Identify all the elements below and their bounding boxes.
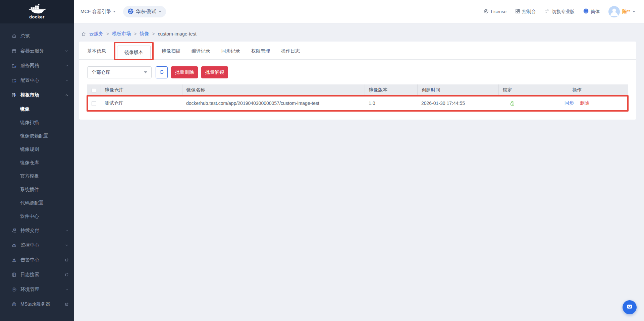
sidebar-item-continuous-delivery[interactable]: 持续交付 <box>0 223 74 238</box>
language-switcher[interactable]: 简体 <box>583 8 600 15</box>
chat-support-button[interactable] <box>623 300 637 314</box>
tab-sync-records[interactable]: 同步记录 <box>221 43 240 59</box>
detail-card: 基本信息 镜像版本 镜像扫描 编译记录 同步记录 权限管理 操作日志 全部仓库 <box>79 42 636 120</box>
main-content: 云服务 > 模板市场 > 镜像 > custom-image-test 基本信息… <box>74 23 644 321</box>
license-link[interactable]: License <box>484 9 506 15</box>
cluster-selector[interactable]: 华东-测试 <box>123 6 166 17</box>
console-grid-icon <box>515 9 520 15</box>
tab-image-scan[interactable]: 镜像扫描 <box>162 43 180 59</box>
console-link[interactable]: 控制台 <box>515 9 536 15</box>
tab-image-version[interactable]: 镜像版本 <box>117 46 151 60</box>
sidebar-subitem-label: 系统插件 <box>20 187 39 193</box>
caret-down-icon <box>633 11 635 12</box>
tab-basic-info[interactable]: 基本信息 <box>87 43 106 59</box>
breadcrumb-link-template-market[interactable]: 模板市场 <box>112 31 131 37</box>
sidebar-item-mstack-server[interactable]: MStack服务器 <box>0 297 74 312</box>
sidebar-subitem-system-plugins[interactable]: 系统插件 <box>0 183 74 196</box>
console-label: 控制台 <box>522 9 536 15</box>
breadcrumb-link-image[interactable]: 镜像 <box>140 31 149 37</box>
sidebar-item-env-management[interactable]: 环境管理 <box>0 282 74 297</box>
caret-down-icon <box>113 11 116 12</box>
cell-actions: 同步 删除 <box>526 96 628 111</box>
tab-permission-management[interactable]: 权限管理 <box>251 43 270 59</box>
chevron-up-icon <box>64 93 69 98</box>
batch-delete-button[interactable]: 批量删除 <box>171 66 198 78</box>
sidebar-subitem-label: 镜像仓库 <box>20 160 39 166</box>
sidebar-subitem-label: 代码源配置 <box>20 200 44 206</box>
caret-down-icon <box>159 11 161 12</box>
sidebar-item-template-market[interactable]: 模板市场 <box>0 88 74 103</box>
user-menu[interactable]: 陈** <box>608 6 635 17</box>
select-all-checkbox[interactable] <box>92 88 96 93</box>
row-select-cell <box>87 96 101 111</box>
sidebar-item-service-mesh[interactable]: 服务网格 <box>0 58 74 73</box>
column-header-name: 镜像名称 <box>182 84 365 96</box>
sidebar-subitem-label: 镜像扫描 <box>20 120 39 126</box>
sidebar-item-label: 模板市场 <box>20 92 64 98</box>
language-label: 简体 <box>591 9 600 15</box>
alarm-icon <box>11 257 17 263</box>
tab-operation-log[interactable]: 操作日志 <box>281 43 300 59</box>
column-header-repo: 镜像仓库 <box>101 84 182 96</box>
unlock-icon[interactable] <box>509 101 515 106</box>
breadcrumb-home-icon[interactable] <box>81 31 86 37</box>
toolbar: 全部仓库 批量删除 批量解锁 <box>87 66 628 78</box>
gauge-icon <box>11 243 17 248</box>
template-market-icon <box>11 92 17 98</box>
service-mesh-folder-icon <box>11 63 17 69</box>
sidebar-item-label: 总览 <box>20 33 69 39</box>
sidebar-subitem-software-center[interactable]: 软件中心 <box>0 210 74 223</box>
refresh-button[interactable] <box>156 66 168 78</box>
delete-action-link[interactable]: 删除 <box>580 100 589 106</box>
breadcrumb-link-cloud-service[interactable]: 云服务 <box>89 31 103 37</box>
sidebar-subitem-image-repo[interactable]: 镜像仓库 <box>0 156 74 170</box>
sidebar-item-label: 持续交付 <box>20 228 64 234</box>
sidebar-item-label: 容器云服务 <box>20 48 64 54</box>
sidebar-subitem-label: 镜像规则 <box>20 146 39 152</box>
sidebar-subitem-label: 镜像依赖配置 <box>20 133 48 139</box>
username: 陈** <box>622 9 630 15</box>
sidebar-subitem-image-scan[interactable]: 镜像扫描 <box>0 116 74 129</box>
product-switcher[interactable]: MCE 容器引擎 <box>80 9 116 15</box>
sidebar-item-container-cloud[interactable]: 容器云服务 <box>0 44 74 58</box>
sidebar-item-label: 告警中心 <box>20 257 64 263</box>
sync-action-link[interactable]: 同步 <box>565 100 574 106</box>
external-link-icon <box>64 258 69 262</box>
chat-smiley-icon <box>626 303 633 312</box>
sidebar-item-alert-center[interactable]: 告警中心 <box>0 253 74 267</box>
switch-pro-link[interactable]: 切换专业版 <box>544 9 575 15</box>
sidebar-subitem-image-rules[interactable]: 镜像规则 <box>0 143 74 156</box>
sidebar-item-config-center[interactable]: 配置中心 <box>0 73 74 88</box>
sidebar-item-monitor-center[interactable]: 监控中心 <box>0 238 74 253</box>
chevron-down-icon <box>64 228 69 233</box>
row-checkbox[interactable] <box>92 101 96 106</box>
delivery-icon <box>11 228 17 234</box>
breadcrumb-separator: > <box>134 31 137 37</box>
repo-filter-select[interactable]: 全部仓库 <box>87 66 152 78</box>
chevron-down-icon <box>64 78 69 83</box>
sidebar-item-label: MStack服务器 <box>20 301 64 307</box>
docker-logo[interactable]: docker <box>0 0 74 23</box>
cell-created: 2026-01-30 17:44:55 <box>417 96 498 111</box>
sidebar-subitem-code-source-config[interactable]: 代码源配置 <box>0 196 74 210</box>
chevron-down-icon <box>64 49 69 53</box>
sidebar-item-overview[interactable]: 总览 <box>0 29 74 44</box>
batch-unlock-button[interactable]: 批量解锁 <box>201 66 228 78</box>
log-file-icon <box>11 272 17 278</box>
sidebar-subitem-image-dependency[interactable]: 镜像依赖配置 <box>0 129 74 143</box>
sidebar-subitem-label: 镜像 <box>20 106 30 112</box>
sidebar-item-label: 监控中心 <box>20 242 64 248</box>
sidebar-subitem-official-templates[interactable]: 官方模板 <box>0 170 74 183</box>
globe-icon <box>583 8 589 15</box>
table-row: 测试仓库 dockerhub.test.com/app/201904030000… <box>87 96 628 111</box>
top-navbar: MCE 容器引擎 华东-测试 License <box>74 0 644 23</box>
column-header-actions: 操作 <box>526 84 628 96</box>
image-version-table: 镜像仓库 镜像名称 镜像版本 创建时间 锁定 操作 <box>87 84 628 111</box>
license-icon <box>484 9 489 15</box>
sidebar-subitem-image[interactable]: 镜像 <box>0 103 74 116</box>
cell-repo: 测试仓库 <box>101 96 182 111</box>
product-name: MCE 容器引擎 <box>80 9 111 15</box>
sidebar-item-log-search[interactable]: 日志搜索 <box>0 267 74 282</box>
repo-filter-value: 全部仓库 <box>92 69 110 75</box>
tab-build-records[interactable]: 编译记录 <box>192 43 210 59</box>
